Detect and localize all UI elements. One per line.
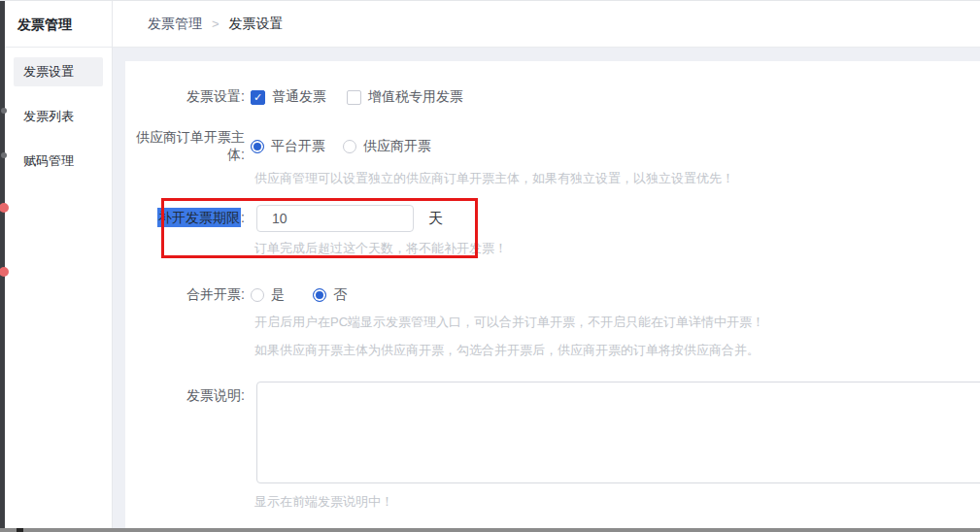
- merge-invoice-label: 合并开票:: [125, 286, 245, 304]
- merge-invoice-row: 合并开票: 是 否: [125, 286, 347, 304]
- gray-edge-marker-icon: [1, 108, 7, 114]
- sidebar-item-invoice-list[interactable]: 发票列表: [0, 102, 103, 131]
- breadcrumb-separator-icon: >: [212, 17, 220, 31]
- checkbox-checked-icon[interactable]: ✓: [251, 90, 265, 105]
- invoice-type-label: 发票设置:: [125, 88, 245, 106]
- reissue-deadline-row: 补开发票期限: 天: [125, 205, 443, 232]
- checkbox-label: 增值税专用发票: [368, 88, 463, 106]
- sidebar-menu: 发票设置 发票列表 赋码管理: [0, 48, 112, 176]
- radio-label: 平台开票: [271, 138, 325, 155]
- supplier-subject-helper-text: 供应商管理可以设置独立的供应商订单开票主体，如果有独立设置，以独立设置优先！: [254, 170, 734, 187]
- radio-label: 供应商开票: [363, 138, 431, 155]
- invoice-note-label: 发票说明:: [125, 382, 245, 405]
- radio-selected-icon[interactable]: [251, 140, 264, 153]
- radio-option-platform-invoicing[interactable]: 平台开票: [251, 138, 325, 155]
- checkbox-option-vat-invoice[interactable]: 增值税专用发票: [347, 88, 463, 106]
- reissue-deadline-helper-text: 订单完成后超过这个天数，将不能补开发票！: [254, 240, 507, 257]
- reissue-deadline-unit: 天: [428, 210, 443, 228]
- breadcrumb-item-invoice-management[interactable]: 发票管理: [148, 16, 202, 33]
- invoice-note-helper-text: 显示在前端发票说明中！: [254, 493, 393, 511]
- radio-option-yes[interactable]: 是: [251, 286, 285, 304]
- app-window: 发票管理 发票设置 发票列表 赋码管理 发票管理 > 发票设置 发票设置: ✓ …: [0, 1, 980, 532]
- radio-selected-icon[interactable]: [313, 288, 326, 302]
- invoice-note-textarea[interactable]: [256, 382, 980, 483]
- sidebar-title: 发票管理: [0, 1, 112, 48]
- sidebar: 发票管理 发票设置 发票列表 赋码管理: [0, 1, 113, 532]
- breadcrumb-item-invoice-settings: 发票设置: [229, 16, 284, 33]
- radio-unselected-icon[interactable]: [343, 140, 356, 153]
- radio-option-no[interactable]: 否: [313, 286, 347, 304]
- supplier-subject-row: 供应商订单开票主体: 平台开票 供应商开票: [125, 138, 431, 155]
- selected-text-highlight: 补开发票期限: [157, 208, 241, 227]
- gray-edge-marker-icon: [1, 152, 7, 158]
- reissue-deadline-label: 补开发票期限:: [125, 210, 245, 227]
- radio-label: 否: [333, 286, 347, 304]
- sidebar-item-invoice-settings[interactable]: 发票设置: [14, 57, 103, 86]
- merge-invoice-helper-text-1: 开启后用户在PC端显示发票管理入口，可以合并订单开票，不开启只能在订单详情中开票…: [254, 314, 764, 331]
- radio-unselected-icon[interactable]: [251, 288, 264, 302]
- supplier-subject-label: 供应商订单开票主体:: [125, 129, 245, 164]
- main-area: 发票管理 > 发票设置 发票设置: ✓ 普通发票 增值税专用发票: [113, 1, 980, 532]
- reissue-deadline-input[interactable]: [256, 205, 414, 232]
- radio-label: 是: [271, 286, 285, 304]
- radio-option-supplier-invoicing[interactable]: 供应商开票: [343, 138, 431, 155]
- merge-invoice-helper-text-2: 如果供应商开票主体为供应商开票，勾选合并开票后，供应商开票的订单将按供应商合并。: [254, 342, 760, 359]
- checkbox-label: 普通发票: [272, 88, 326, 106]
- settings-form-card: 发票设置: ✓ 普通发票 增值税专用发票 供应商订单开票主体:: [125, 61, 980, 529]
- invoice-note-row: 发票说明:: [125, 382, 980, 483]
- checkbox-option-ordinary-invoice[interactable]: ✓ 普通发票: [251, 88, 326, 106]
- breadcrumb: 发票管理 > 发票设置: [113, 1, 980, 48]
- horizontal-scrollbar[interactable]: [0, 528, 980, 532]
- checkbox-unchecked-icon[interactable]: [347, 90, 361, 105]
- content-area: 发票设置: ✓ 普通发票 增值税专用发票 供应商订单开票主体:: [113, 48, 980, 532]
- scrollbar-thumb[interactable]: [17, 528, 23, 532]
- sidebar-item-code-management[interactable]: 赋码管理: [0, 147, 103, 176]
- invoice-type-row: 发票设置: ✓ 普通发票 增值税专用发票: [125, 88, 463, 106]
